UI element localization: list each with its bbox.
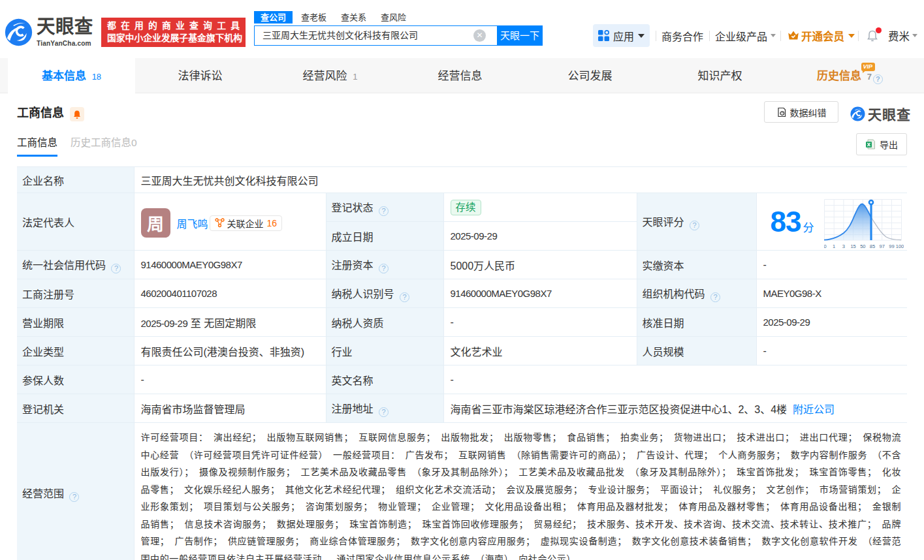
svg-text:50: 50 <box>861 243 866 249</box>
svg-text:3: 3 <box>842 243 845 249</box>
svg-text:99: 99 <box>889 243 895 249</box>
svg-text:1: 1 <box>833 243 836 249</box>
svg-text:97: 97 <box>880 243 885 249</box>
svg-text:85: 85 <box>870 243 875 249</box>
svg-text:15: 15 <box>851 243 856 249</box>
svg-text:0: 0 <box>824 243 827 249</box>
svg-text:100: 100 <box>896 243 904 249</box>
